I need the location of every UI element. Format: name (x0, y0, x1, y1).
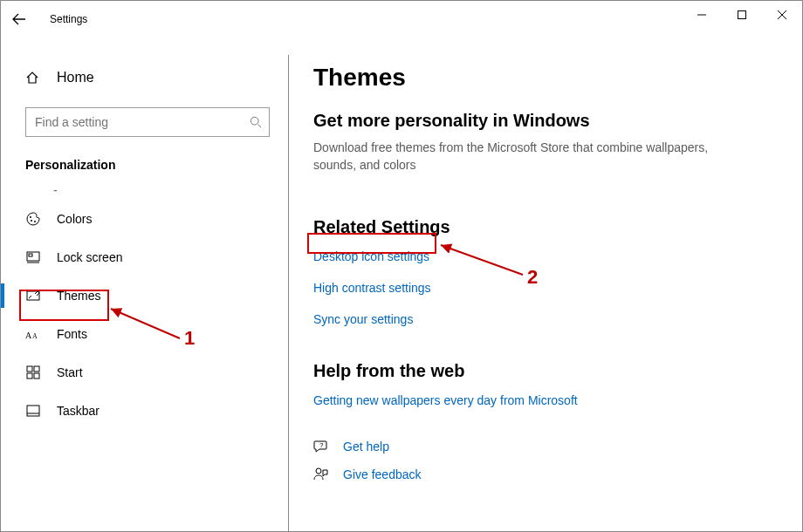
svg-rect-7 (27, 291, 39, 300)
sidebar-section-title: Personalization (25, 158, 289, 172)
chat-icon: ? (313, 439, 329, 454)
content: Home Personalization - Colors Lock scree… (1, 38, 802, 531)
sidebar-item-label: Taskbar (57, 404, 100, 418)
search-icon (250, 116, 262, 128)
sidebar-item-label: Lock screen (57, 250, 122, 264)
app-title: Settings (50, 13, 87, 25)
page-title: Themes (313, 64, 767, 92)
get-help-row[interactable]: ? Get help (313, 439, 767, 454)
fonts-icon: AA (25, 327, 41, 341)
svg-rect-14 (27, 406, 39, 416)
related-settings-heading: Related Settings (313, 217, 767, 237)
svg-rect-12 (27, 373, 32, 379)
subheading: Get more personality in Windows (313, 111, 767, 131)
minimize-icon (697, 10, 706, 19)
sidebar-item-label: Colors (57, 212, 92, 226)
svg-rect-6 (29, 254, 32, 256)
search-input[interactable] (33, 114, 250, 130)
sidebar-item-taskbar[interactable]: Taskbar (1, 392, 289, 430)
get-help-link[interactable]: Get help (343, 440, 389, 454)
home-nav[interactable]: Home (25, 62, 289, 93)
arrow-left-icon (12, 12, 26, 26)
give-feedback-link[interactable]: Give feedback (343, 467, 422, 481)
svg-rect-11 (34, 366, 39, 372)
svg-rect-13 (34, 373, 39, 379)
sidebar-item-label: Start (57, 365, 83, 379)
titlebar: Settings (1, 1, 802, 38)
minimize-button[interactable] (682, 1, 722, 29)
nav-list: - Colors Lock screen Themes (1, 181, 289, 430)
sidebar-item-colors[interactable]: Colors (1, 200, 289, 238)
maximize-button[interactable] (722, 1, 762, 29)
maximize-icon (738, 10, 746, 19)
svg-point-3 (31, 220, 32, 222)
sidebar-item-label: Fonts (57, 327, 87, 341)
svg-point-16 (316, 468, 321, 474)
main-panel: Themes Get more personality in Windows D… (289, 38, 802, 531)
sidebar: Home Personalization - Colors Lock scree… (1, 38, 289, 531)
palette-icon (25, 212, 41, 226)
themes-icon (25, 289, 41, 303)
window-controls (682, 1, 802, 29)
svg-rect-0 (738, 11, 746, 19)
close-button[interactable] (762, 1, 802, 29)
start-icon (25, 365, 41, 379)
svg-text:A: A (32, 332, 38, 340)
svg-rect-10 (27, 366, 32, 372)
sidebar-item-label: - (53, 183, 58, 197)
link-sync-your-settings[interactable]: Sync your settings (313, 312, 413, 326)
help-from-web-heading: Help from the web (313, 361, 767, 381)
link-high-contrast-settings[interactable]: High contrast settings (313, 281, 431, 295)
search-field[interactable] (25, 107, 270, 137)
link-help-wallpapers[interactable]: Getting new wallpapers every day from Mi… (313, 393, 578, 407)
svg-point-2 (30, 216, 31, 218)
svg-text:A: A (25, 331, 32, 340)
svg-text:?: ? (319, 441, 324, 449)
svg-point-1 (251, 117, 258, 125)
back-button[interactable] (1, 1, 38, 38)
taskbar-icon (25, 404, 41, 418)
sidebar-item-start[interactable]: Start (1, 353, 289, 392)
svg-point-4 (34, 221, 36, 222)
home-label: Home (57, 70, 94, 85)
divider (288, 55, 289, 532)
give-feedback-row[interactable]: Give feedback (313, 467, 767, 482)
sidebar-item-label: Themes (57, 289, 101, 303)
link-desktop-icon-settings[interactable]: Desktop icon settings (313, 249, 429, 263)
lockscreen-icon (25, 250, 41, 264)
feedback-icon (313, 467, 329, 482)
sidebar-item-truncated[interactable]: - (1, 181, 289, 200)
subheading-description: Download free themes from the Microsoft … (313, 140, 750, 174)
sidebar-item-lockscreen[interactable]: Lock screen (1, 238, 289, 276)
home-icon (25, 71, 41, 85)
sidebar-item-themes[interactable]: Themes (1, 276, 289, 315)
close-icon (778, 10, 786, 19)
sidebar-item-fonts[interactable]: AA Fonts (1, 315, 289, 353)
